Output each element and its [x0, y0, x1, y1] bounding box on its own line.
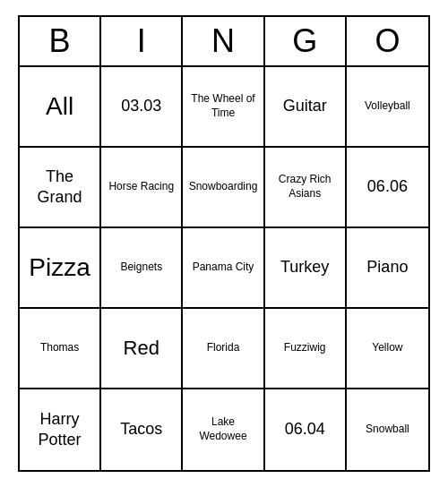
cell-text: Harry Potter	[23, 409, 96, 451]
bingo-cell: All	[20, 67, 101, 148]
bingo-cell: Pizza	[20, 228, 101, 309]
cell-text: The Wheel of Time	[186, 92, 259, 120]
bingo-cell: Florida	[183, 309, 264, 389]
cell-text: Tacos	[120, 419, 162, 440]
bingo-cell: Turkey	[265, 228, 347, 309]
cell-text: Volleyball	[365, 99, 410, 114]
bingo-cell: Lake Wedowee	[183, 389, 264, 470]
bingo-cell: The Grand	[20, 148, 101, 228]
bingo-cell: Snowball	[347, 389, 428, 470]
bingo-grid: All03.03The Wheel of TimeGuitarVolleybal…	[20, 67, 428, 470]
bingo-cell: 03.03	[101, 67, 183, 148]
bingo-card: BINGO All03.03The Wheel of TimeGuitarVol…	[18, 15, 430, 472]
cell-text: The Grand	[23, 167, 96, 209]
cell-text: Florida	[207, 341, 240, 355]
bingo-cell: 06.06	[347, 148, 428, 228]
cell-text: Fuzziwig	[284, 341, 326, 355]
bingo-cell: Beignets	[101, 228, 183, 309]
bingo-cell: Thomas	[20, 309, 101, 389]
bingo-cell: Tacos	[101, 389, 183, 470]
cell-text: Pizza	[29, 252, 90, 284]
cell-text: Horse Racing	[108, 180, 174, 194]
bingo-header-letter: B	[20, 17, 101, 65]
bingo-cell: Piano	[347, 228, 428, 309]
bingo-cell: Harry Potter	[20, 389, 101, 470]
cell-text: 03.03	[121, 96, 161, 116]
cell-text: Red	[124, 336, 159, 362]
bingo-header-letter: O	[347, 17, 428, 65]
bingo-cell: Fuzziwig	[265, 309, 347, 389]
bingo-header-letter: I	[101, 17, 183, 65]
cell-text: 06.06	[367, 176, 408, 197]
bingo-header-letter: N	[183, 17, 264, 65]
cell-text: All	[46, 90, 73, 123]
cell-text: 06.04	[285, 419, 325, 440]
bingo-cell: Crazy Rich Asians	[265, 148, 347, 228]
cell-text: Guitar	[283, 96, 327, 116]
cell-text: Turkey	[280, 257, 329, 278]
cell-text: Piano	[366, 257, 408, 278]
cell-text: Snowball	[366, 423, 409, 437]
bingo-header: BINGO	[20, 17, 428, 67]
bingo-cell: Horse Racing	[101, 148, 183, 228]
cell-text: Beignets	[120, 261, 162, 275]
bingo-cell: The Wheel of Time	[183, 67, 264, 148]
bingo-cell: Guitar	[265, 67, 347, 148]
bingo-cell: Yellow	[347, 309, 428, 389]
cell-text: Yellow	[372, 341, 402, 355]
bingo-cell: 06.04	[265, 389, 347, 470]
cell-text: Panama City	[193, 261, 254, 275]
bingo-cell: Red	[101, 309, 183, 389]
cell-text: Snowboarding	[189, 180, 258, 194]
bingo-cell: Volleyball	[347, 67, 428, 148]
bingo-cell: Panama City	[183, 228, 264, 309]
cell-text: Crazy Rich Asians	[269, 173, 341, 201]
cell-text: Lake Wedowee	[186, 415, 259, 443]
bingo-header-letter: G	[265, 17, 347, 65]
cell-text: Thomas	[40, 341, 79, 355]
bingo-cell: Snowboarding	[183, 148, 264, 228]
